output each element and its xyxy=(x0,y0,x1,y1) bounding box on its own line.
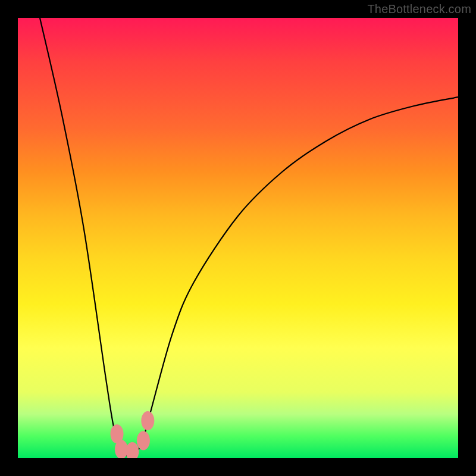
marker-group xyxy=(111,411,155,458)
watermark-text: TheBottleneck.com xyxy=(367,2,471,16)
bottleneck-curve-path xyxy=(40,18,458,456)
curve-marker xyxy=(141,411,154,430)
curve-marker xyxy=(126,442,139,458)
curve-marker xyxy=(137,431,150,450)
chart-plot-area xyxy=(18,18,458,458)
curve-marker xyxy=(115,440,128,458)
bottleneck-curve-svg xyxy=(18,18,458,458)
